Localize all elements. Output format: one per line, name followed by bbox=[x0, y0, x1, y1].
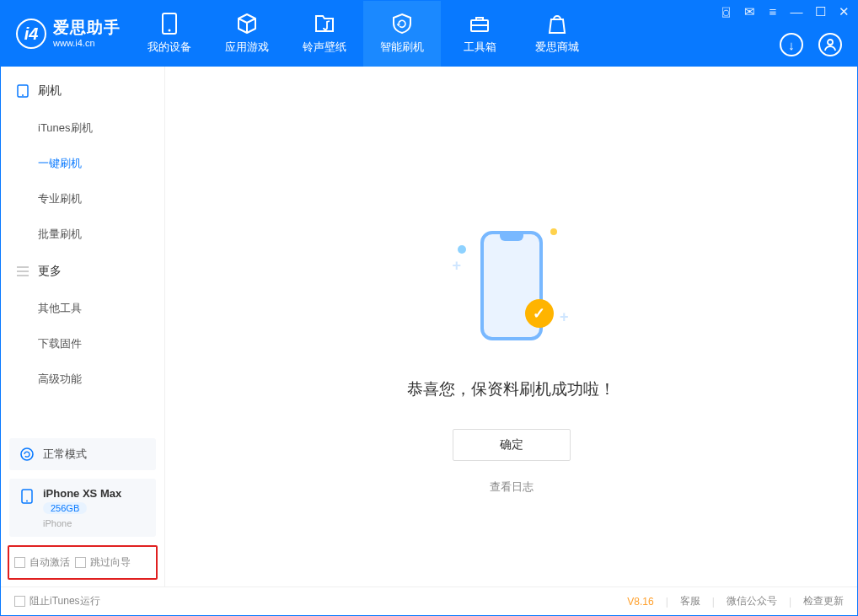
shopping-bag-icon bbox=[546, 13, 568, 35]
close-button[interactable]: ✕ bbox=[837, 4, 850, 19]
sidebar-item-onekey-flash[interactable]: 一键刷机 bbox=[1, 146, 164, 181]
checkbox-block-itunes[interactable]: 阻止iTunes运行 bbox=[14, 594, 100, 608]
user-button[interactable] bbox=[818, 33, 842, 56]
tab-my-device[interactable]: 我的设备 bbox=[131, 1, 208, 67]
device-icon bbox=[158, 13, 180, 35]
maximize-button[interactable]: ☐ bbox=[813, 4, 827, 19]
tab-label: 应用游戏 bbox=[225, 40, 269, 55]
sidebar-item-batch-flash[interactable]: 批量刷机 bbox=[1, 217, 164, 252]
body: 刷机 iTunes刷机 一键刷机 专业刷机 批量刷机 更多 其他工具 下载固件 … bbox=[1, 67, 857, 587]
group-label: 更多 bbox=[38, 264, 62, 279]
dot-icon bbox=[550, 228, 557, 235]
tab-label: 我的设备 bbox=[147, 40, 191, 55]
separator: | bbox=[712, 596, 715, 608]
tab-toolbox[interactable]: 工具箱 bbox=[441, 1, 518, 67]
phone-icon bbox=[19, 489, 35, 504]
brand-name: 爱思助手 bbox=[53, 19, 121, 38]
group-label: 刷机 bbox=[38, 83, 62, 99]
svg-point-3 bbox=[828, 40, 833, 45]
checkbox-label: 跳过向导 bbox=[90, 555, 131, 570]
version-label: V8.16 bbox=[627, 596, 653, 608]
refresh-icon bbox=[19, 447, 35, 462]
dot-icon bbox=[458, 245, 466, 254]
sparkle-icon: + bbox=[560, 308, 569, 326]
shirt-icon[interactable]: ⌼ bbox=[719, 4, 732, 19]
tablet-icon bbox=[16, 84, 29, 98]
checkbox-icon bbox=[75, 557, 86, 568]
download-button[interactable]: ↓ bbox=[780, 33, 803, 56]
check-badge-icon: ✓ bbox=[525, 299, 554, 328]
success-illustration: + + ✓ bbox=[444, 218, 579, 353]
check-update-link[interactable]: 检查更新 bbox=[803, 594, 844, 608]
svg-point-11 bbox=[26, 501, 28, 502]
highlight-options-box: 自动激活 跳过向导 bbox=[8, 545, 158, 580]
mode-label: 正常模式 bbox=[43, 447, 87, 462]
statusbar-left: 阻止iTunes运行 bbox=[14, 594, 100, 608]
checkbox-skip-guide[interactable]: 跳过向导 bbox=[75, 555, 131, 570]
header-right-icons: ↓ bbox=[780, 33, 842, 56]
statusbar: 阻止iTunes运行 V8.16 | 客服 | 微信公众号 | 检查更新 bbox=[1, 587, 857, 615]
logo-block: i4 爱思助手 www.i4.cn bbox=[1, 1, 131, 67]
sidebar-group-more: 更多 bbox=[1, 252, 164, 291]
minimize-button[interactable]: ― bbox=[790, 4, 803, 19]
tab-label: 爱思商城 bbox=[535, 40, 579, 55]
list-icon bbox=[16, 265, 29, 278]
shield-refresh-icon bbox=[391, 13, 413, 35]
ok-button[interactable]: 确定 bbox=[453, 429, 571, 461]
sidebar-item-pro-flash[interactable]: 专业刷机 bbox=[1, 181, 164, 217]
device-info: iPhone XS Max 256GB iPhone bbox=[43, 487, 121, 528]
checkbox-label: 阻止iTunes运行 bbox=[29, 594, 100, 608]
success-message: 恭喜您，保资料刷机成功啦！ bbox=[407, 378, 615, 400]
window-controls: ⌼ ✉ ≡ ― ☐ ✕ bbox=[719, 4, 850, 19]
statusbar-right: V8.16 | 客服 | 微信公众号 | 检查更新 bbox=[627, 594, 844, 608]
titlebar: i4 爱思助手 www.i4.cn 我的设备 应用游戏 铃声壁纸 智能刷机 bbox=[1, 1, 857, 67]
svg-point-1 bbox=[169, 29, 171, 32]
menu-icon[interactable]: ≡ bbox=[766, 4, 780, 19]
app-window: i4 爱思助手 www.i4.cn 我的设备 应用游戏 铃声壁纸 智能刷机 bbox=[0, 0, 858, 616]
tab-label: 铃声壁纸 bbox=[303, 40, 346, 55]
sidebar-item-itunes-flash[interactable]: iTunes刷机 bbox=[1, 110, 164, 146]
wechat-link[interactable]: 微信公众号 bbox=[727, 594, 777, 608]
sidebar-nav: 刷机 iTunes刷机 一键刷机 专业刷机 批量刷机 更多 其他工具 下载固件 … bbox=[1, 67, 164, 438]
view-log-link[interactable]: 查看日志 bbox=[490, 479, 534, 495]
tab-label: 工具箱 bbox=[464, 40, 496, 55]
logo-icon: i4 bbox=[16, 19, 46, 49]
checkbox-icon bbox=[14, 557, 25, 568]
checkbox-icon bbox=[14, 596, 25, 607]
sidebar: 刷机 iTunes刷机 一键刷机 专业刷机 批量刷机 更多 其他工具 下载固件 … bbox=[1, 67, 165, 587]
sidebar-item-advanced[interactable]: 高级功能 bbox=[1, 362, 164, 397]
briefcase-icon bbox=[469, 13, 491, 35]
tab-label: 智能刷机 bbox=[380, 40, 424, 55]
sparkle-icon: + bbox=[453, 257, 462, 275]
main-content: + + ✓ 恭喜您，保资料刷机成功啦！ 确定 查看日志 bbox=[165, 67, 857, 587]
device-type: iPhone bbox=[43, 518, 121, 528]
mode-status-card[interactable]: 正常模式 bbox=[9, 438, 156, 470]
checkbox-label: 自动激活 bbox=[29, 555, 70, 570]
brand: 爱思助手 www.i4.cn bbox=[53, 19, 121, 49]
sidebar-item-other-tools[interactable]: 其他工具 bbox=[1, 291, 164, 326]
customer-service-link[interactable]: 客服 bbox=[680, 594, 700, 608]
svg-point-5 bbox=[22, 94, 24, 96]
feedback-icon[interactable]: ✉ bbox=[743, 4, 756, 19]
cube-icon bbox=[236, 13, 258, 35]
tab-store[interactable]: 爱思商城 bbox=[518, 1, 596, 67]
tab-smart-flash[interactable]: 智能刷机 bbox=[363, 1, 441, 67]
sidebar-footer: 正常模式 iPhone XS Max 256GB iPhone 自动激活 bbox=[1, 438, 164, 587]
tab-apps-games[interactable]: 应用游戏 bbox=[208, 1, 286, 67]
tab-ringtone-wallpaper[interactable]: 铃声壁纸 bbox=[286, 1, 363, 67]
checkbox-auto-activate[interactable]: 自动激活 bbox=[14, 555, 70, 570]
brand-url: www.i4.cn bbox=[53, 38, 121, 49]
separator: | bbox=[789, 596, 791, 608]
svg-point-9 bbox=[21, 448, 33, 460]
device-card[interactable]: iPhone XS Max 256GB iPhone bbox=[9, 479, 156, 537]
music-folder-icon bbox=[314, 13, 335, 35]
sidebar-group-flash: 刷机 bbox=[1, 72, 164, 110]
sidebar-item-download-firmware[interactable]: 下载固件 bbox=[1, 326, 164, 362]
device-capacity: 256GB bbox=[43, 502, 87, 514]
separator: | bbox=[666, 596, 668, 608]
device-name: iPhone XS Max bbox=[43, 487, 121, 500]
